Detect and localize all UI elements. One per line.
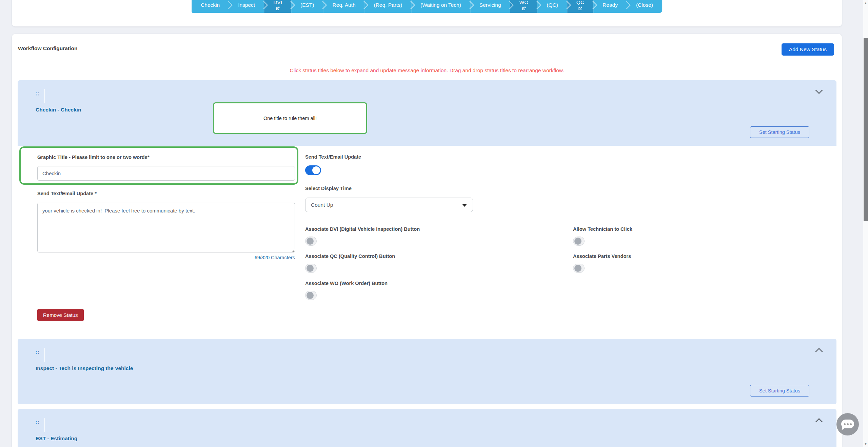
inspect-panel-header: ∷ Inspect - Tech is Inspecting the Vehic…	[18, 339, 836, 404]
scrollbar-thumb[interactable]	[864, 38, 868, 221]
allow-technician-toggle[interactable]	[573, 237, 585, 246]
graphic-title-input[interactable]	[37, 166, 295, 181]
workflow-segment-req-parts[interactable]: (Req. Parts)	[365, 0, 412, 13]
status-panel-checkin: ∷ Checkin - Checkin One title to rule th…	[18, 80, 836, 332]
workflow-segment-waiting-on-tech[interactable]: (Waiting on Tech)	[411, 0, 470, 13]
external-link-icon	[578, 6, 583, 11]
associate-dvi-toggle[interactable]	[305, 237, 317, 246]
message-label: Send Text/Email Update *	[37, 191, 97, 196]
scrollbar: ▲ ▼	[863, 0, 868, 447]
associate-wo-toggle[interactable]	[305, 291, 317, 300]
workflow-segment-inspect[interactable]: Inspect	[229, 0, 264, 13]
workflow-segment-qc[interactable]: QC	[567, 0, 593, 13]
workflow-status-bar: Checkin Inspect DVI (EST) Req. Auth (Req…	[192, 0, 662, 13]
title-tooltip: One title to rule them all!	[213, 102, 367, 134]
add-new-status-button[interactable]: Add New Status	[782, 43, 834, 56]
remove-status-button[interactable]: Remove Status	[37, 309, 84, 321]
select-caret-icon	[462, 204, 467, 207]
external-link-icon	[521, 6, 526, 11]
checkin-options-column: Send Text/Email Update Select Display Ti…	[305, 146, 833, 332]
send-update-label: Send Text/Email Update	[305, 154, 361, 160]
status-panel-list: ∷ Checkin - Checkin One title to rule th…	[18, 80, 836, 447]
drag-handle-icon[interactable]: ∷	[36, 350, 39, 355]
chevron-up-icon[interactable]	[815, 348, 823, 355]
scroll-down-arrow[interactable]: ▼	[863, 442, 868, 446]
instruction-text: Click status titles below to expand and …	[12, 67, 842, 74]
associate-dvi-label: Associate DVI (Digital Vehicle Inspectio…	[305, 226, 420, 232]
workflow-segment-dvi[interactable]: DVI	[264, 0, 291, 13]
workflow-segment-est[interactable]: (EST)	[291, 0, 323, 13]
workflow-segment-qc-paren[interactable]: (QC)	[537, 0, 567, 13]
workflow-configuration-card: Workflow Configuration Add New Status Cl…	[12, 34, 842, 447]
associate-wo-label: Associate WO (Work Order) Button	[305, 281, 388, 286]
est-panel-title[interactable]: EST - Estimating	[36, 435, 77, 442]
page-title: Workflow Configuration	[18, 45, 77, 52]
workflow-segment-checkin[interactable]: Checkin	[192, 0, 229, 13]
associate-qc-toggle[interactable]	[305, 264, 317, 273]
workflow-segment-wo[interactable]: WO	[510, 0, 538, 13]
chevron-down-icon[interactable]	[815, 87, 823, 94]
divider	[44, 89, 45, 103]
allow-technician-label: Allow Technician to Click	[573, 226, 632, 232]
set-starting-status-button[interactable]: Set Starting Status	[750, 385, 809, 397]
set-starting-status-button[interactable]: Set Starting Status	[750, 126, 809, 138]
divider	[44, 418, 45, 432]
message-textarea[interactable]: your vehicle is checked in! Please feel …	[37, 203, 295, 252]
drag-handle-icon[interactable]: ∷	[36, 91, 39, 97]
checkin-panel-header: ∷ Checkin - Checkin One title to rule th…	[18, 80, 836, 146]
graphic-title-label: Graphic Title - Please limit to one or t…	[37, 155, 150, 160]
workflow-segment-ready[interactable]: Ready	[593, 0, 627, 13]
workflow-segment-req-auth[interactable]: Req. Auth	[323, 0, 364, 13]
character-counter: 69/320 Characters	[37, 255, 295, 260]
display-time-select[interactable]: Count Up	[305, 198, 473, 212]
status-panel-est: ∷ EST - Estimating	[18, 409, 836, 447]
divider	[44, 348, 45, 362]
associate-parts-vendors-label: Associate Parts Vendors	[573, 253, 631, 259]
external-link-icon	[275, 6, 280, 11]
checkin-panel-title[interactable]: Checkin - Checkin	[36, 107, 81, 113]
inspect-panel-title[interactable]: Inspect - Tech is Inspecting the Vehicle	[36, 365, 133, 371]
workflow-segment-servicing[interactable]: Servicing	[470, 0, 510, 13]
associate-qc-label: Associate QC (Quality Control) Button	[305, 253, 395, 259]
chevron-up-icon[interactable]	[815, 418, 823, 425]
workflow-bar-card: Checkin Inspect DVI (EST) Req. Auth (Req…	[12, 0, 842, 26]
est-panel-header: ∷ EST - Estimating	[18, 409, 836, 447]
chat-button[interactable]	[836, 413, 859, 435]
scroll-up-arrow[interactable]: ▲	[863, 1, 868, 5]
status-panel-inspect: ∷ Inspect - Tech is Inspecting the Vehic…	[18, 339, 836, 404]
chat-bubble-icon	[841, 420, 854, 428]
display-time-label: Select Display Time	[305, 186, 352, 191]
workflow-segment-close[interactable]: (Close)	[627, 0, 662, 13]
associate-parts-vendors-toggle[interactable]	[573, 264, 585, 273]
send-update-toggle[interactable]	[305, 165, 321, 175]
drag-handle-icon[interactable]: ∷	[36, 420, 39, 426]
checkin-panel-body: Graphic Title - Please limit to one or t…	[18, 146, 836, 332]
